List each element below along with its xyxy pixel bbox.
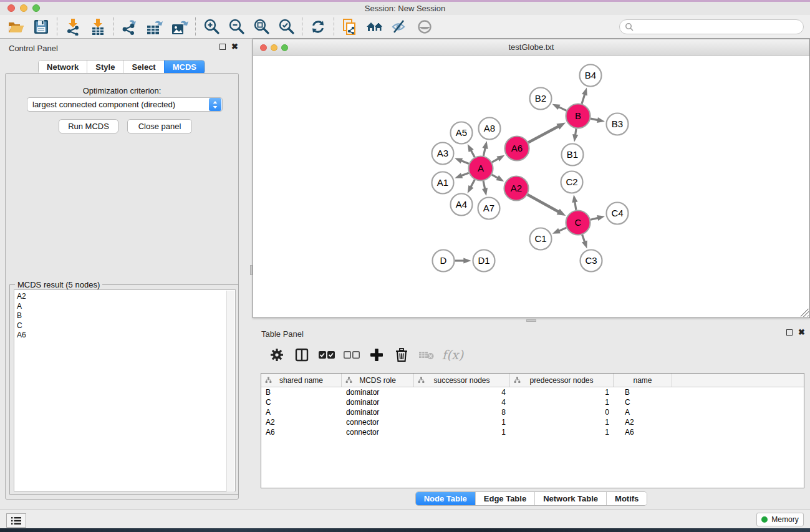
tab-select[interactable]: Select bbox=[123, 60, 163, 74]
tab-network-table[interactable]: Network Table bbox=[534, 492, 606, 505]
delete-table-button[interactable] bbox=[415, 344, 438, 366]
graph-edge-A-A6[interactable] bbox=[492, 158, 499, 162]
optimization-criterion-select[interactable]: largest connected component (directed) bbox=[27, 97, 223, 112]
close-panel-icon[interactable]: ✖ bbox=[231, 44, 238, 50]
graph-node-C2[interactable]: C2 bbox=[561, 172, 583, 193]
graph-edge-C-C4[interactable] bbox=[591, 218, 598, 220]
tab-mcds[interactable]: MCDS bbox=[164, 60, 205, 74]
table-cell[interactable]: 8 bbox=[414, 408, 510, 417]
graph-node-A6[interactable]: A6 bbox=[505, 137, 529, 161]
table-row[interactable]: A2connector11A2 bbox=[261, 417, 804, 427]
table-cell[interactable]: 1 bbox=[414, 428, 510, 437]
table-cell[interactable]: dominator bbox=[342, 398, 414, 407]
table-cell[interactable]: A bbox=[614, 408, 672, 417]
graph-edge-B-B4[interactable] bbox=[582, 94, 585, 104]
table-cell[interactable]: 1 bbox=[510, 428, 614, 437]
graph-node-A3[interactable]: A3 bbox=[432, 143, 454, 165]
export-table-button[interactable] bbox=[142, 16, 167, 37]
graph-node-B3[interactable]: B3 bbox=[607, 114, 629, 135]
table-cell[interactable]: 4 bbox=[414, 388, 510, 397]
function-builder-button[interactable]: f(x) bbox=[440, 344, 463, 366]
graph-edge-B-B3[interactable] bbox=[591, 118, 598, 120]
zoom-in-button[interactable] bbox=[199, 16, 224, 37]
table-cell[interactable]: 1 bbox=[414, 418, 510, 427]
table-cell[interactable]: 4 bbox=[414, 398, 510, 407]
close-window-button[interactable] bbox=[7, 4, 15, 12]
graph-edge-A-A2[interactable] bbox=[492, 175, 498, 178]
table-cell[interactable]: B bbox=[261, 388, 342, 397]
add-column-button[interactable] bbox=[365, 344, 388, 366]
table-row[interactable]: Bdominator41B bbox=[261, 387, 804, 397]
result-scrollbar[interactable] bbox=[226, 291, 234, 491]
graph-edge-A-A4[interactable] bbox=[471, 180, 475, 187]
task-history-button[interactable] bbox=[6, 513, 26, 528]
mcds-result-item[interactable]: A2 bbox=[17, 292, 235, 302]
export-network-button[interactable] bbox=[117, 16, 142, 37]
column-header-shared-name[interactable]: shared name bbox=[261, 374, 342, 387]
tab-node-table[interactable]: Node Table bbox=[416, 492, 475, 505]
import-table-button[interactable] bbox=[85, 16, 110, 37]
close-table-panel-icon[interactable]: ✖ bbox=[798, 329, 805, 336]
table-cell[interactable]: A6 bbox=[614, 428, 672, 437]
float-panel-icon[interactable] bbox=[219, 44, 226, 50]
hide-selection-button[interactable] bbox=[387, 16, 412, 37]
minimize-window-button[interactable] bbox=[20, 4, 27, 12]
table-settings-button[interactable] bbox=[266, 344, 288, 366]
tab-edge-table[interactable]: Edge Table bbox=[475, 492, 534, 505]
graph-node-D[interactable]: D bbox=[433, 250, 455, 272]
table-cell[interactable]: A2 bbox=[261, 418, 342, 427]
import-network-button[interactable] bbox=[60, 16, 85, 37]
graph-edge-B-B2[interactable] bbox=[559, 107, 567, 110]
graph-node-B[interactable]: B bbox=[566, 104, 591, 128]
run-mcds-button[interactable]: Run MCDS bbox=[59, 119, 118, 133]
column-header-successor-nodes[interactable]: successor nodes bbox=[414, 374, 510, 387]
graph-edge-C-C2[interactable] bbox=[575, 201, 576, 210]
column-header-predecessor-nodes[interactable]: predecessor nodes bbox=[510, 374, 614, 387]
tab-style[interactable]: Style bbox=[87, 60, 123, 74]
table-row[interactable]: Adominator80A bbox=[261, 407, 804, 417]
table-cell[interactable]: 1 bbox=[510, 398, 614, 407]
graph-node-A[interactable]: A bbox=[469, 157, 493, 181]
table-cell[interactable]: A bbox=[261, 408, 342, 417]
table-cell[interactable]: dominator bbox=[342, 408, 414, 417]
table-cell[interactable]: connector bbox=[342, 428, 414, 437]
mcds-result-item[interactable]: B bbox=[17, 311, 235, 321]
zoom-fit-button[interactable] bbox=[249, 16, 274, 37]
table-cell[interactable]: 1 bbox=[510, 388, 614, 397]
frame-handle-west[interactable] bbox=[250, 265, 253, 275]
column-header-name[interactable]: name bbox=[614, 374, 672, 387]
tab-motifs[interactable]: Motifs bbox=[606, 492, 647, 505]
network-window-titlebar[interactable]: testGlobe.txt bbox=[253, 39, 809, 56]
mcds-result-item[interactable]: C bbox=[17, 321, 235, 331]
zoom-network-window-button[interactable] bbox=[281, 44, 288, 51]
zoom-selected-button[interactable] bbox=[274, 16, 299, 37]
select-all-button[interactable] bbox=[316, 344, 338, 366]
search-input[interactable] bbox=[634, 22, 803, 31]
export-image-button[interactable] bbox=[167, 16, 192, 37]
graph-node-B2[interactable]: B2 bbox=[530, 88, 552, 110]
save-session-button[interactable] bbox=[29, 16, 54, 37]
graph-node-D1[interactable]: D1 bbox=[473, 250, 495, 272]
graph-edge-A2-C[interactable] bbox=[528, 195, 559, 212]
column-header-MCDS-role[interactable]: MCDS role bbox=[342, 374, 414, 387]
close-panel-button[interactable]: Close panel bbox=[127, 119, 192, 133]
refresh-button[interactable] bbox=[306, 16, 330, 37]
minimize-network-window-button[interactable] bbox=[271, 44, 277, 51]
table-cell[interactable]: 0 bbox=[510, 408, 614, 417]
graph-edge-A-A3[interactable] bbox=[461, 161, 468, 164]
table-cell[interactable]: C bbox=[614, 398, 672, 407]
delete-column-button[interactable] bbox=[390, 344, 413, 366]
graph-node-A5[interactable]: A5 bbox=[451, 122, 473, 144]
graph-node-A4[interactable]: A4 bbox=[451, 194, 473, 216]
table-cell[interactable]: 1 bbox=[510, 418, 614, 427]
neighbors-button[interactable] bbox=[362, 16, 387, 37]
graph-node-C1[interactable]: C1 bbox=[530, 228, 552, 250]
graph-edge-A-A1[interactable] bbox=[461, 173, 469, 176]
table-cell[interactable]: connector bbox=[342, 418, 414, 427]
graph-node-A8[interactable]: A8 bbox=[479, 118, 501, 140]
memory-button[interactable]: Memory bbox=[756, 513, 804, 526]
float-table-panel-icon[interactable] bbox=[786, 329, 793, 336]
table-row[interactable]: A6connector11A6 bbox=[261, 427, 804, 437]
graph-edge-A-A5[interactable] bbox=[471, 150, 475, 157]
deselect-all-button[interactable] bbox=[340, 344, 363, 366]
